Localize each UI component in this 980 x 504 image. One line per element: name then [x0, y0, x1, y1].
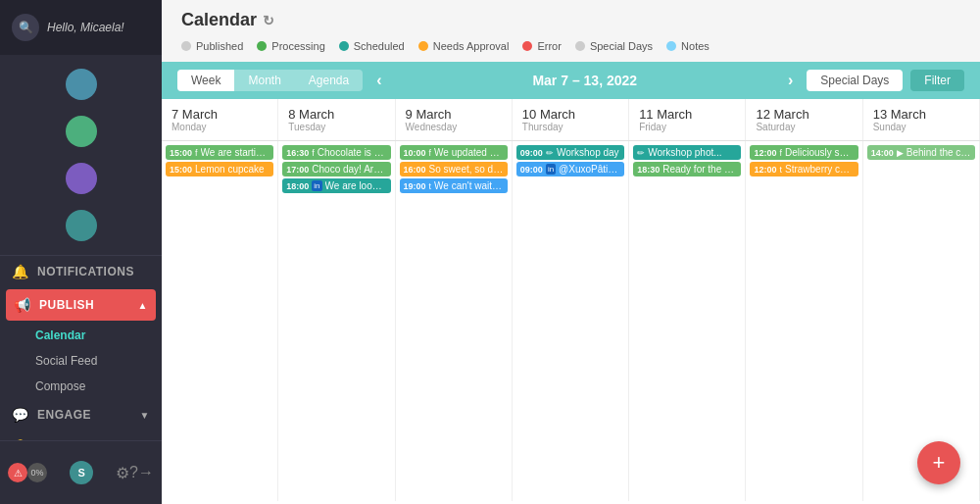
sidebar-item-notifications[interactable]: 🔔 NOTIFICATIONS: [0, 256, 162, 287]
day-col-thursday: 09:00 ✏ Workshop day 09:00 in @XuxoPâtis…: [513, 141, 629, 501]
filter-button[interactable]: Filter: [910, 70, 964, 91]
event-sat-1[interactable]: 12:00 f Deliciously swe...: [750, 145, 858, 160]
calendar-toolbar-right: Special Days Filter: [807, 70, 964, 91]
percent-badge[interactable]: 0%: [27, 463, 47, 482]
event-wed-3[interactable]: 19:00 t We can't wait f...: [400, 178, 508, 193]
calendar-date-range: Mar 7 – 13, 2022: [396, 73, 774, 88]
day-col-monday: 15:00 f We are starting... 15:00 Lemon c…: [162, 141, 278, 501]
engage-icon: 💬: [12, 407, 29, 423]
sidebar-sub-compose[interactable]: Compose: [0, 374, 162, 399]
day-header-3: 10 March Thursday: [513, 99, 629, 140]
day-col-sunday: 14:00 ▶ Behind the cam...: [863, 141, 980, 501]
event-sun-1[interactable]: 14:00 ▶ Behind the cam...: [867, 145, 975, 160]
legend-dot-processing: [257, 41, 267, 51]
sidebar-item-engage[interactable]: 💬 ENGAGE ▼: [0, 399, 162, 430]
alert-badge[interactable]: ⚠: [8, 463, 27, 482]
legend-dot-published: [181, 41, 191, 51]
legend-needs-approval: Needs Approval: [418, 40, 510, 52]
day-header-5: 12 March Saturday: [746, 99, 862, 140]
day-col-saturday: 12:00 f Deliciously swe... 12:00 t Straw…: [746, 141, 862, 501]
sidebar-nav: 🔔 NOTIFICATIONS 📢 PUBLISH ▲ Calendar Soc…: [0, 256, 162, 440]
calendar-body: 15:00 f We are starting... 15:00 Lemon c…: [162, 141, 980, 501]
refresh-icon[interactable]: ↻: [263, 13, 274, 28]
day-col-tuesday: 16:30 f Chocolate is ou... 17:00 Choco d…: [278, 141, 395, 501]
next-week-arrow[interactable]: ›: [782, 70, 799, 91]
event-fri-2[interactable]: 18:30 Ready for the w...: [633, 162, 741, 176]
sidebar-footer: ⚠ 0% S ⚙ ? →: [0, 440, 162, 504]
legend-processing: Processing: [257, 40, 324, 52]
event-sat-2[interactable]: 12:00 t Strawberry che...: [750, 162, 858, 176]
event-tue-3[interactable]: 18:00 in We are looking ...: [282, 178, 390, 193]
help-icon[interactable]: ?: [129, 464, 138, 481]
tab-week[interactable]: Week: [177, 70, 234, 91]
legend-dot-scheduled: [339, 41, 349, 51]
avatar-3[interactable]: [66, 163, 97, 194]
user-avatar-footer[interactable]: S: [70, 461, 93, 484]
fab-add-button[interactable]: +: [917, 441, 960, 484]
event-tue-1[interactable]: 16:30 f Chocolate is ou...: [282, 145, 390, 160]
event-wed-1[interactable]: 10:00 f We updated ou...: [400, 145, 508, 160]
day-header-6: 13 March Sunday: [863, 99, 980, 140]
legend-dot-needs-approval: [418, 41, 428, 51]
avatar-1[interactable]: [66, 69, 97, 100]
prev-week-arrow[interactable]: ‹: [370, 70, 387, 91]
sidebar-greeting: Hello, Micaela!: [47, 21, 124, 34]
legend-notes: Notes: [666, 40, 710, 52]
sidebar-sub-calendar[interactable]: Calendar: [0, 323, 162, 348]
legend-published: Published: [181, 40, 243, 52]
event-mon-1[interactable]: 15:00 f We are starting...: [166, 145, 273, 160]
sidebar-item-publish-label: PUBLISH: [39, 298, 94, 312]
chevron-down-icon-engage: ▼: [140, 410, 150, 421]
day-header-1: 8 March Tuesday: [278, 99, 395, 140]
event-tue-2[interactable]: 17:00 Choco day! Are ...: [282, 162, 390, 176]
day-col-friday: ✏ Workshop phot... 18:30 Ready for the w…: [629, 141, 746, 501]
sidebar: 🔍 Hello, Micaela! 🔔 NOTIFICATIONS 📢 PUBL…: [0, 0, 162, 504]
main-content: Calendar ↻ Published Processing Schedule…: [162, 0, 980, 504]
legend-special-days: Special Days: [575, 40, 653, 52]
sidebar-item-publish[interactable]: 📢 PUBLISH ▲: [6, 289, 156, 321]
sidebar-item-listen[interactable]: 👂 LISTEN ▼: [0, 430, 162, 440]
logout-icon[interactable]: →: [138, 464, 154, 481]
avatar-2[interactable]: [66, 116, 97, 147]
legend-error: Error: [522, 40, 561, 52]
special-days-button[interactable]: Special Days: [807, 70, 903, 91]
page-title: Calendar ↻: [181, 10, 274, 30]
calendar-header-row: 7 March Monday 8 March Tuesday 9 March W…: [162, 99, 980, 141]
day-header-4: 11 March Friday: [629, 99, 746, 140]
legend: Published Processing Scheduled Needs App…: [162, 40, 980, 62]
calendar-grid: 7 March Monday 8 March Tuesday 9 March W…: [162, 99, 980, 504]
sidebar-sub-social-feed[interactable]: Social Feed: [0, 348, 162, 374]
legend-scheduled: Scheduled: [339, 40, 405, 52]
settings-icon[interactable]: ⚙: [116, 464, 129, 482]
tab-agenda[interactable]: Agenda: [295, 70, 363, 91]
sidebar-header: 🔍 Hello, Micaela!: [0, 0, 162, 55]
publish-icon: 📢: [14, 297, 31, 313]
event-mon-2[interactable]: 15:00 Lemon cupcake: [166, 162, 273, 176]
day-header-0: 7 March Monday: [162, 99, 278, 140]
day-header-2: 9 March Wednesday: [396, 99, 513, 140]
legend-dot-special-days: [575, 41, 585, 51]
sidebar-item-engage-label: ENGAGE: [37, 408, 91, 422]
event-thu-2[interactable]: 09:00 in @XuxoPâtisseri...: [516, 162, 624, 176]
sidebar-avatars: [0, 55, 162, 256]
search-icon[interactable]: 🔍: [12, 14, 39, 41]
event-thu-1[interactable]: 09:00 ✏ Workshop day: [516, 145, 624, 160]
event-wed-2[interactable]: 16:00 So sweet, so do...: [400, 162, 508, 176]
day-col-wednesday: 10:00 f We updated ou... 16:00 So sweet,…: [396, 141, 513, 501]
avatar-4[interactable]: [66, 210, 97, 241]
legend-dot-notes: [666, 41, 676, 51]
notifications-icon: 🔔: [12, 264, 29, 279]
sidebar-item-notifications-label: NOTIFICATIONS: [37, 265, 134, 278]
view-tabs: Week Month Agenda: [177, 70, 363, 91]
calendar-toolbar: Week Month Agenda ‹ Mar 7 – 13, 2022 › S…: [162, 62, 980, 99]
tab-month[interactable]: Month: [234, 70, 294, 91]
chevron-up-icon: ▲: [138, 300, 148, 311]
legend-dot-error: [522, 41, 532, 51]
event-fri-1[interactable]: ✏ Workshop phot...: [633, 145, 741, 160]
topbar: Calendar ↻: [162, 0, 980, 40]
